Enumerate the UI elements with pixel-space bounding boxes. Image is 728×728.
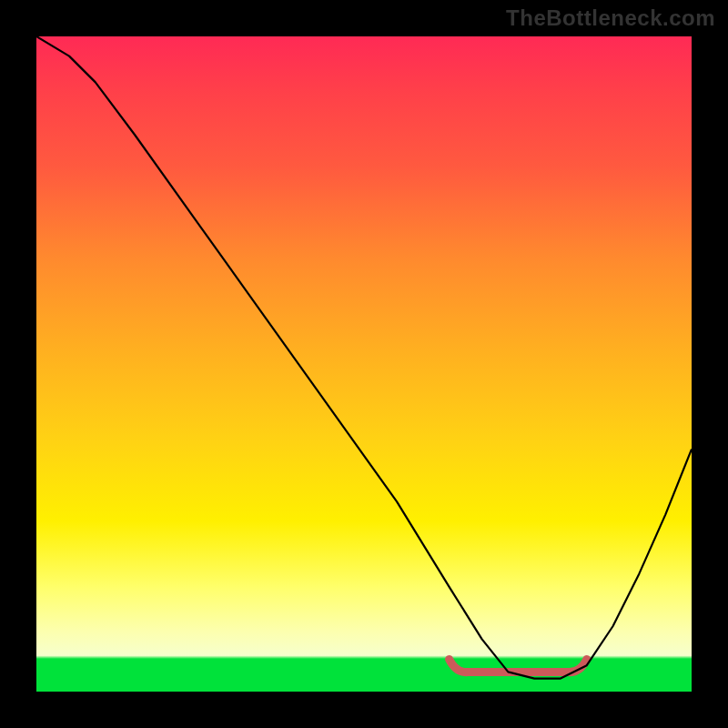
curve-layer xyxy=(36,36,692,692)
optimal-range-highlight xyxy=(450,659,587,672)
watermark-text: TheBottleneck.com xyxy=(506,5,715,31)
bottleneck-curve xyxy=(36,36,692,679)
chart-frame: TheBottleneck.com xyxy=(0,0,728,728)
plot-area xyxy=(36,36,692,692)
